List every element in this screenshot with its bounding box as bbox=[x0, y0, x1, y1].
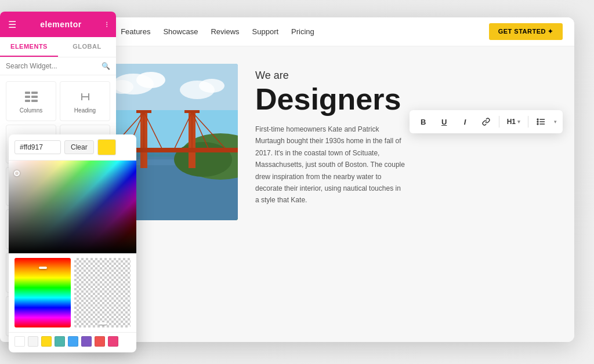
italic-button[interactable]: I bbox=[457, 114, 473, 130]
search-bar: 🔍 bbox=[0, 57, 116, 75]
swatch-purple[interactable] bbox=[81, 336, 92, 347]
widget-columns[interactable]: Columns bbox=[6, 81, 56, 121]
sidebar-header: ☰ elementor ⁝ bbox=[0, 12, 116, 37]
nav-links: Home Features Showcase Reviews Support P… bbox=[87, 25, 472, 38]
svg-point-28 bbox=[537, 121, 538, 122]
gradient-black bbox=[9, 161, 136, 253]
tab-global[interactable]: GLOBAL bbox=[58, 37, 116, 57]
hero-text: We are Designers First-time homeowners K… bbox=[255, 64, 551, 206]
nav-link-features[interactable]: Features bbox=[121, 25, 150, 38]
underline-button[interactable]: U bbox=[436, 114, 452, 130]
text-formatting-toolbar: B U I H1 ▾ bbox=[410, 110, 563, 133]
nav-link-showcase[interactable]: Showcase bbox=[163, 25, 198, 38]
hero-subtitle: We are bbox=[255, 70, 551, 82]
hamburger-icon[interactable]: ☰ bbox=[8, 19, 16, 30]
columns-label: Columns bbox=[20, 107, 42, 114]
svg-point-3 bbox=[136, 72, 165, 88]
toolbar-divider-2 bbox=[528, 116, 528, 128]
color-picker-cursor bbox=[14, 170, 20, 176]
link-button[interactable] bbox=[478, 114, 494, 130]
nav-link-reviews[interactable]: Reviews bbox=[211, 25, 239, 38]
page-content: We are Designers First-time homeowners K… bbox=[75, 46, 574, 342]
content-area: We are Designers First-time homeowners K… bbox=[75, 46, 574, 342]
elementor-logo: elementor bbox=[40, 20, 81, 29]
svg-point-27 bbox=[537, 119, 538, 120]
nav-link-pricing[interactable]: Pricing bbox=[291, 25, 314, 38]
swatch-pink[interactable] bbox=[108, 336, 118, 347]
svg-rect-32 bbox=[25, 96, 30, 98]
heading-label: Heading bbox=[74, 107, 96, 114]
svg-rect-33 bbox=[31, 96, 38, 98]
navigation-bar: Home Features Showcase Reviews Support P… bbox=[75, 17, 574, 46]
color-sliders bbox=[9, 253, 136, 332]
search-icon: 🔍 bbox=[102, 62, 110, 70]
list-button[interactable] bbox=[533, 114, 549, 130]
color-swatches bbox=[9, 332, 136, 352]
widget-heading[interactable]: Heading bbox=[60, 81, 110, 121]
swatch-teal[interactable] bbox=[55, 336, 65, 347]
get-started-button[interactable]: GET STARTED ✦ bbox=[489, 23, 563, 40]
swatch-white[interactable] bbox=[15, 336, 25, 347]
hero-description: First-time homeowners Kate and Patrick M… bbox=[255, 123, 406, 206]
browser-window: Home Features Showcase Reviews Support P… bbox=[75, 17, 574, 342]
hex-input[interactable] bbox=[15, 140, 61, 154]
grid-icon[interactable]: ⁝ bbox=[106, 20, 108, 29]
columns-icon bbox=[25, 92, 38, 104]
clear-button[interactable]: Clear bbox=[64, 140, 94, 154]
swatch-red[interactable] bbox=[95, 336, 105, 347]
tab-elements[interactable]: ELEMENTS bbox=[0, 37, 58, 57]
hue-slider[interactable] bbox=[15, 258, 71, 327]
toolbar-divider bbox=[499, 116, 499, 128]
svg-point-6 bbox=[199, 79, 224, 93]
search-input[interactable] bbox=[6, 62, 98, 70]
svg-rect-34 bbox=[25, 100, 30, 102]
swatch-yellow[interactable] bbox=[41, 336, 52, 347]
heading-dropdown[interactable]: H1 ▾ bbox=[504, 117, 523, 127]
bold-button[interactable]: B bbox=[415, 114, 432, 130]
heading-icon bbox=[80, 92, 90, 104]
alpha-slider[interactable] bbox=[74, 258, 131, 327]
svg-point-10 bbox=[174, 142, 232, 177]
nav-link-support[interactable]: Support bbox=[252, 25, 279, 38]
color-preview[interactable] bbox=[97, 139, 116, 155]
swatch-light-gray[interactable] bbox=[28, 336, 38, 347]
alpha-cursor bbox=[99, 322, 107, 325]
svg-rect-30 bbox=[25, 92, 30, 94]
svg-rect-31 bbox=[31, 92, 38, 94]
swatch-blue[interactable] bbox=[68, 336, 78, 347]
sidebar-tabs: ELEMENTS GLOBAL bbox=[0, 37, 116, 57]
hue-cursor bbox=[39, 267, 47, 269]
color-picker-panel: Clear bbox=[9, 134, 136, 352]
color-gradient[interactable] bbox=[9, 161, 136, 253]
color-picker-top: Clear bbox=[9, 134, 136, 161]
svg-point-29 bbox=[537, 123, 538, 125]
svg-rect-35 bbox=[31, 100, 38, 102]
